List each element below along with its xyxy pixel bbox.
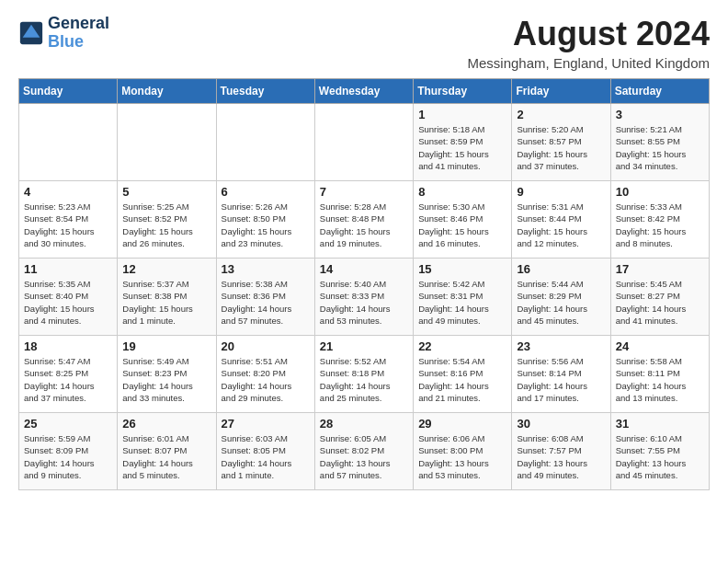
day-number: 16: [517, 262, 605, 276]
location: Messingham, England, United Kingdom: [468, 55, 710, 71]
day-number: 13: [222, 262, 310, 276]
day-number: 22: [418, 339, 506, 353]
cell-info: Sunrise: 5:23 AM Sunset: 8:54 PM Dayligh…: [24, 201, 112, 249]
day-number: 20: [222, 339, 310, 353]
cell-info: Sunrise: 5:26 AM Sunset: 8:50 PM Dayligh…: [222, 201, 310, 249]
cell-info: Sunrise: 5:38 AM Sunset: 8:36 PM Dayligh…: [222, 278, 310, 327]
day-number: 3: [616, 108, 704, 121]
calendar-cell: 10Sunrise: 5:33 AM Sunset: 8:42 PM Dayli…: [610, 181, 709, 259]
calendar-cell: [314, 104, 413, 181]
cell-info: Sunrise: 5:49 AM Sunset: 8:23 PM Dayligh…: [122, 355, 210, 404]
calendar-cell: 30Sunrise: 6:08 AM Sunset: 7:57 PM Dayli…: [512, 413, 610, 490]
calendar-cell: 11Sunrise: 5:35 AM Sunset: 8:40 PM Dayli…: [19, 259, 118, 336]
day-number: 10: [616, 185, 704, 199]
calendar-cell: 23Sunrise: 5:56 AM Sunset: 8:14 PM Dayli…: [512, 336, 610, 413]
calendar-cell: 28Sunrise: 6:05 AM Sunset: 8:02 PM Dayli…: [314, 413, 413, 490]
day-number: 2: [517, 108, 605, 121]
cell-info: Sunrise: 5:52 AM Sunset: 8:18 PM Dayligh…: [320, 355, 408, 404]
cell-info: Sunrise: 6:05 AM Sunset: 8:02 PM Dayligh…: [320, 432, 408, 481]
title-area: August 2024 Messingham, England, United …: [468, 15, 710, 71]
day-number: 5: [122, 185, 210, 199]
cell-info: Sunrise: 5:59 AM Sunset: 8:09 PM Dayligh…: [24, 432, 112, 481]
calendar-cell: [216, 104, 314, 181]
month-year: August 2024: [468, 15, 710, 53]
day-number: 21: [320, 339, 408, 353]
logo: General Blue: [18, 15, 109, 52]
calendar-cell: 2Sunrise: 5:20 AM Sunset: 8:57 PM Daylig…: [512, 104, 610, 181]
calendar-cell: 4Sunrise: 5:23 AM Sunset: 8:54 PM Daylig…: [19, 181, 118, 259]
day-number: 18: [24, 339, 112, 353]
day-header-tuesday: Tuesday: [216, 79, 314, 104]
cell-info: Sunrise: 6:08 AM Sunset: 7:57 PM Dayligh…: [517, 432, 605, 481]
cell-info: Sunrise: 6:10 AM Sunset: 7:55 PM Dayligh…: [616, 432, 704, 481]
day-number: 28: [320, 417, 408, 431]
week-row-2: 4Sunrise: 5:23 AM Sunset: 8:54 PM Daylig…: [19, 181, 710, 259]
day-header-monday: Monday: [118, 79, 216, 104]
calendar-cell: 20Sunrise: 5:51 AM Sunset: 8:20 PM Dayli…: [216, 336, 314, 413]
day-number: 4: [24, 185, 112, 199]
logo-line2: Blue: [48, 32, 84, 51]
calendar-cell: 7Sunrise: 5:28 AM Sunset: 8:48 PM Daylig…: [314, 181, 413, 259]
calendar-cell: 18Sunrise: 5:47 AM Sunset: 8:25 PM Dayli…: [19, 336, 118, 413]
cell-info: Sunrise: 5:44 AM Sunset: 8:29 PM Dayligh…: [517, 278, 605, 327]
calendar-cell: 22Sunrise: 5:54 AM Sunset: 8:16 PM Dayli…: [414, 336, 512, 413]
week-row-3: 11Sunrise: 5:35 AM Sunset: 8:40 PM Dayli…: [19, 259, 710, 336]
day-number: 27: [222, 417, 310, 431]
calendar-cell: 15Sunrise: 5:42 AM Sunset: 8:31 PM Dayli…: [414, 259, 512, 336]
cell-info: Sunrise: 5:18 AM Sunset: 8:59 PM Dayligh…: [418, 123, 506, 172]
day-number: 7: [320, 185, 408, 199]
cell-info: Sunrise: 5:58 AM Sunset: 8:11 PM Dayligh…: [616, 355, 704, 404]
cell-info: Sunrise: 5:54 AM Sunset: 8:16 PM Dayligh…: [418, 355, 506, 404]
calendar-cell: 12Sunrise: 5:37 AM Sunset: 8:38 PM Dayli…: [118, 259, 216, 336]
calendar-cell: 27Sunrise: 6:03 AM Sunset: 8:05 PM Dayli…: [216, 413, 314, 490]
day-number: 19: [122, 339, 210, 353]
days-header-row: SundayMondayTuesdayWednesdayThursdayFrid…: [19, 79, 710, 104]
day-number: 24: [616, 339, 704, 353]
calendar-cell: 13Sunrise: 5:38 AM Sunset: 8:36 PM Dayli…: [216, 259, 314, 336]
cell-info: Sunrise: 5:20 AM Sunset: 8:57 PM Dayligh…: [517, 123, 605, 172]
calendar-cell: 25Sunrise: 5:59 AM Sunset: 8:09 PM Dayli…: [19, 413, 118, 490]
cell-info: Sunrise: 5:30 AM Sunset: 8:46 PM Dayligh…: [418, 201, 506, 249]
cell-info: Sunrise: 6:06 AM Sunset: 8:00 PM Dayligh…: [418, 432, 506, 481]
calendar-cell: [118, 104, 216, 181]
day-header-saturday: Saturday: [610, 79, 709, 104]
week-row-4: 18Sunrise: 5:47 AM Sunset: 8:25 PM Dayli…: [19, 336, 710, 413]
calendar-cell: 26Sunrise: 6:01 AM Sunset: 8:07 PM Dayli…: [118, 413, 216, 490]
calendar-cell: 21Sunrise: 5:52 AM Sunset: 8:18 PM Dayli…: [314, 336, 413, 413]
calendar-cell: 17Sunrise: 5:45 AM Sunset: 8:27 PM Dayli…: [610, 259, 709, 336]
logo-icon: [18, 20, 44, 46]
day-header-wednesday: Wednesday: [314, 79, 413, 104]
day-number: 15: [418, 262, 506, 276]
cell-info: Sunrise: 5:56 AM Sunset: 8:14 PM Dayligh…: [517, 355, 605, 404]
calendar-cell: 24Sunrise: 5:58 AM Sunset: 8:11 PM Dayli…: [610, 336, 709, 413]
cell-info: Sunrise: 5:42 AM Sunset: 8:31 PM Dayligh…: [418, 278, 506, 327]
cell-info: Sunrise: 5:28 AM Sunset: 8:48 PM Dayligh…: [320, 201, 408, 249]
cell-info: Sunrise: 5:47 AM Sunset: 8:25 PM Dayligh…: [24, 355, 112, 404]
cell-info: Sunrise: 5:21 AM Sunset: 8:55 PM Dayligh…: [616, 123, 704, 172]
calendar-cell: 8Sunrise: 5:30 AM Sunset: 8:46 PM Daylig…: [414, 181, 512, 259]
calendar-cell: 5Sunrise: 5:25 AM Sunset: 8:52 PM Daylig…: [118, 181, 216, 259]
calendar-cell: 6Sunrise: 5:26 AM Sunset: 8:50 PM Daylig…: [216, 181, 314, 259]
cell-info: Sunrise: 5:33 AM Sunset: 8:42 PM Dayligh…: [616, 201, 704, 249]
calendar-cell: 29Sunrise: 6:06 AM Sunset: 8:00 PM Dayli…: [414, 413, 512, 490]
cell-info: Sunrise: 5:40 AM Sunset: 8:33 PM Dayligh…: [320, 278, 408, 327]
cell-info: Sunrise: 5:25 AM Sunset: 8:52 PM Dayligh…: [122, 201, 210, 249]
calendar-cell: 16Sunrise: 5:44 AM Sunset: 8:29 PM Dayli…: [512, 259, 610, 336]
logo-text: General Blue: [48, 15, 109, 52]
logo-line1: General: [48, 15, 109, 33]
day-number: 29: [418, 417, 506, 431]
cell-info: Sunrise: 6:01 AM Sunset: 8:07 PM Dayligh…: [122, 432, 210, 481]
calendar-cell: 9Sunrise: 5:31 AM Sunset: 8:44 PM Daylig…: [512, 181, 610, 259]
cell-info: Sunrise: 5:31 AM Sunset: 8:44 PM Dayligh…: [517, 201, 605, 249]
cell-info: Sunrise: 5:51 AM Sunset: 8:20 PM Dayligh…: [222, 355, 310, 404]
day-number: 26: [122, 417, 210, 431]
day-number: 14: [320, 262, 408, 276]
calendar-table: SundayMondayTuesdayWednesdayThursdayFrid…: [18, 78, 710, 490]
day-number: 11: [24, 262, 112, 276]
calendar-cell: 19Sunrise: 5:49 AM Sunset: 8:23 PM Dayli…: [118, 336, 216, 413]
cell-info: Sunrise: 5:37 AM Sunset: 8:38 PM Dayligh…: [122, 278, 210, 327]
calendar-cell: 1Sunrise: 5:18 AM Sunset: 8:59 PM Daylig…: [414, 104, 512, 181]
day-number: 31: [616, 417, 704, 431]
calendar-cell: 3Sunrise: 5:21 AM Sunset: 8:55 PM Daylig…: [610, 104, 709, 181]
day-header-thursday: Thursday: [414, 79, 512, 104]
